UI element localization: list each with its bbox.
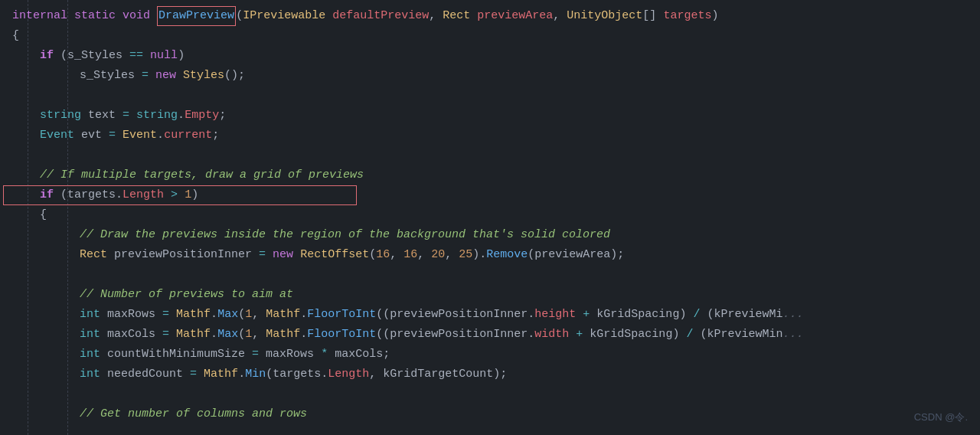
- num-1b: 1: [245, 306, 252, 324]
- comment-truncated2: ...: [782, 325, 803, 344]
- var-maxcols: maxCols: [107, 325, 155, 344]
- class-mathf2: Mathf: [266, 306, 300, 324]
- comment-number-previews: // Number of previews to aim at: [80, 286, 293, 304]
- method-remove: Remove: [486, 246, 528, 264]
- op-assign6: =: [162, 325, 169, 344]
- class-styles: Styles: [183, 67, 224, 85]
- keyword-static: static: [74, 7, 116, 25]
- punct-bracket: []: [642, 7, 656, 25]
- type-unityobject: UnityObject: [567, 7, 642, 25]
- op-div2: /: [686, 325, 693, 344]
- keyword-int2: int: [80, 325, 100, 344]
- brace-open: {: [12, 27, 19, 45]
- op-assign5: =: [162, 306, 169, 324]
- comment-truncated1: ...: [782, 306, 803, 324]
- var-text: text: [88, 106, 116, 125]
- prop-length2: Length: [328, 365, 369, 384]
- op-plus2: +: [576, 325, 583, 344]
- method-max: Max: [217, 306, 238, 324]
- var-previewpositioninner3: previewPositionInner: [390, 325, 528, 344]
- op-plus: +: [583, 306, 590, 324]
- op-assign2: =: [122, 106, 129, 125]
- num-16a: 16: [376, 246, 390, 264]
- keyword-null: null: [150, 47, 178, 65]
- keyword-int: int: [80, 306, 100, 324]
- code-line-11: Rect previewPositionInner = new RectOffs…: [0, 245, 980, 265]
- param-defaultpreview: defaultPreview: [332, 7, 429, 25]
- var-maxcols2: maxCols: [335, 345, 383, 364]
- var-kgridtargetcount: kGridTargetCount: [383, 365, 493, 384]
- watermark: CSDN @令.: [914, 410, 968, 426]
- keyword-internal: internal: [12, 7, 67, 25]
- keyword-new: new: [155, 67, 176, 85]
- type-rect: Rect: [443, 7, 470, 25]
- function-drawpreview: DrawPreview: [157, 6, 236, 26]
- op-mul: *: [321, 345, 328, 364]
- var-previewpositioninner: previewPositionInner: [114, 246, 252, 264]
- class-mathf: Mathf: [176, 306, 211, 324]
- var-kgridspacing2: kGridSpacing: [590, 325, 672, 344]
- var-neededcount: neededCount: [107, 365, 183, 384]
- code-line-10: // Draw the previews inside the region o…: [0, 225, 980, 245]
- empty-line-4: [0, 384, 980, 404]
- comment-multiple-targets: // If multiple targets, draw a grid of p…: [40, 166, 364, 185]
- var-kpreviewmi: kPreviewMi: [714, 306, 782, 324]
- red-highlight-box: [3, 185, 357, 205]
- var-kgridspacing: kGridSpacing: [596, 306, 679, 324]
- brace-open-2: {: [40, 206, 47, 224]
- code-line-3: if (s_Styles == null): [0, 46, 980, 66]
- prop-current: current: [164, 126, 212, 145]
- var-sstyles2: s_Styles: [80, 67, 135, 85]
- num-16b: 16: [403, 246, 417, 264]
- param-targets: targets: [663, 7, 711, 25]
- code-line-1: internal static void DrawPreview(IPrevie…: [0, 6, 980, 26]
- method-floortoint2: FloorToInt: [307, 325, 376, 344]
- type-event: Event: [40, 126, 74, 145]
- num-1: 1: [185, 186, 191, 204]
- type-ipreviewable: IPreviewable: [243, 7, 325, 25]
- code-line-4: s_Styles = new Styles();: [0, 66, 980, 86]
- var-previewpositioninner2: previewPositionInner: [390, 306, 528, 324]
- var-evt: evt: [81, 126, 102, 145]
- prop-empty: Empty: [185, 106, 219, 125]
- param-previewarea: previewArea: [477, 7, 553, 25]
- var-targets2: targets: [273, 365, 321, 384]
- method-max2: Max: [217, 325, 238, 344]
- op-gt: >: [171, 186, 178, 204]
- var-kpreviewmin2: kPreviewMin: [707, 325, 782, 344]
- code-line-9: {: [0, 205, 980, 225]
- num-1c: 1: [245, 325, 252, 344]
- op-assign: =: [142, 67, 149, 85]
- code-line-15: int countWithMinimumSize = maxRows * max…: [0, 345, 980, 365]
- var-previewarea: previewArea: [534, 246, 610, 264]
- code-line-5: string text = string.Empty;: [0, 106, 980, 126]
- keyword-string: string: [40, 106, 81, 125]
- op-assign4: =: [259, 246, 266, 264]
- empty-line-1: [0, 86, 980, 106]
- op-assign8: =: [190, 365, 197, 384]
- class-rectoffset: RectOffset: [300, 246, 369, 264]
- comment-get-columns: // Get number of columns and rows: [80, 405, 307, 424]
- punct-paren: (: [60, 47, 67, 65]
- prop-length: Length: [122, 186, 164, 204]
- type-rect2: Rect: [80, 246, 107, 264]
- class-mathf5: Mathf: [204, 365, 238, 384]
- code-line-14: int maxCols = Mathf.Max(1, Mathf.FloorTo…: [0, 325, 980, 345]
- prop-width: width: [534, 325, 569, 344]
- keyword-if: if: [40, 47, 54, 65]
- keyword-new2: new: [273, 246, 293, 264]
- empty-line-3: [0, 265, 980, 285]
- code-line-17: // Get number of columns and rows: [0, 404, 980, 424]
- code-line-6: Event evt = Event.current;: [0, 126, 980, 146]
- var-maxrows: maxRows: [107, 306, 155, 324]
- code-container: internal static void DrawPreview(IPrevie…: [0, 0, 980, 435]
- punct-paren2: (: [60, 186, 67, 204]
- op-assign7: =: [252, 345, 259, 364]
- code-line-2: {: [0, 26, 980, 46]
- code-line-8: if (targets.Length > 1): [0, 185, 980, 205]
- op-eq: ==: [129, 47, 143, 65]
- op-div: /: [693, 306, 700, 324]
- empty-line-2: [0, 146, 980, 165]
- var-targets: targets: [67, 186, 116, 204]
- class-mathf3: Mathf: [176, 325, 211, 344]
